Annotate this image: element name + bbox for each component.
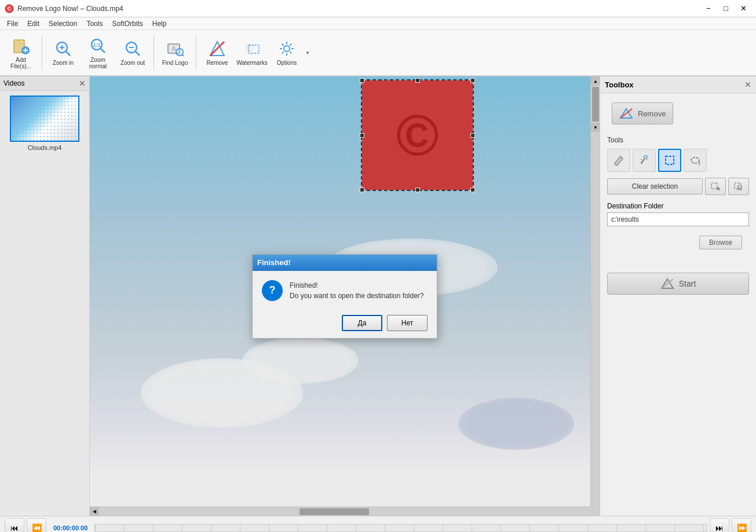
video-canvas: © Finished! ?: [90, 76, 600, 516]
selection-save-button[interactable]: [728, 178, 749, 195]
thumb-image: [10, 96, 79, 142]
watermarks-button[interactable]: © Watermarks: [236, 35, 268, 70]
menu-selection[interactable]: Selection: [44, 19, 82, 29]
minimize-button[interactable]: −: [700, 3, 717, 14]
selection-load-button[interactable]: [705, 178, 726, 195]
magic-wand-tool-button[interactable]: [633, 149, 656, 172]
toolbar: Add File(s)... Zoom in 1:1 Zoom normal Z…: [0, 30, 756, 76]
find-logo-icon: A: [166, 39, 184, 58]
magic-wand-icon: [638, 155, 650, 166]
videos-close-button[interactable]: ✕: [79, 79, 86, 88]
tools-section-label: Tools: [600, 134, 756, 146]
menu-help[interactable]: Help: [148, 19, 171, 29]
dialog-title: Finished!: [257, 258, 291, 267]
pencil-icon: [613, 155, 624, 166]
zoom-in-button[interactable]: Zoom in: [47, 35, 79, 70]
options-label: Options: [277, 60, 297, 66]
zoom-in-icon: [54, 39, 72, 58]
dialog-body: ? Finished! Do you want to open the dest…: [253, 271, 437, 310]
start-button-container: Start: [600, 255, 756, 299]
zoom-normal-icon: 1:1: [89, 36, 107, 55]
toolbar-sep-1: [42, 35, 42, 70]
videos-title: Videos: [3, 79, 24, 87]
lasso-icon: [689, 155, 701, 166]
svg-line-5: [66, 52, 70, 56]
clear-selection-row: Clear selection: [600, 174, 756, 199]
timeline-next-frame-button[interactable]: ⏩: [732, 518, 751, 532]
timeline-area: ⏮ ⏪ 00:00:00 00 ⏭ ⏩ Remove watermark fro…: [0, 516, 756, 532]
options-button[interactable]: Options: [271, 35, 303, 70]
zoom-out-label: Zoom out: [120, 60, 145, 66]
dialog-question-icon: ?: [262, 280, 283, 301]
toolbox-remove-button[interactable]: Remove: [612, 102, 673, 124]
rect-select-tool-button[interactable]: [658, 149, 681, 172]
start-label: Start: [679, 279, 696, 288]
svg-point-18: [284, 46, 290, 52]
dialog-message-line2: Do you want to open the destination fold…: [290, 291, 424, 301]
svg-text:©: ©: [245, 42, 254, 54]
toolbox-remove-section: Remove: [600, 93, 756, 134]
add-files-button[interactable]: Add File(s)...: [5, 34, 37, 72]
timeline-go-end-button[interactable]: ⏭: [710, 518, 729, 532]
videos-panel: Videos ✕ Clouds.mp4: [0, 76, 90, 516]
find-logo-label: Find Logo: [162, 60, 188, 66]
menu-tools[interactable]: Tools: [82, 19, 107, 29]
maximize-button[interactable]: □: [718, 3, 734, 14]
watermarks-icon: ©: [243, 39, 261, 58]
browse-button[interactable]: Browse: [699, 236, 742, 250]
destination-folder-label: Destination Folder: [607, 202, 749, 210]
titlebar-controls: − □ ✕: [700, 3, 751, 14]
dialog-titlebar: Finished!: [253, 255, 437, 271]
dialog-footer: Да Нет: [253, 310, 437, 338]
svg-rect-25: [739, 185, 740, 188]
dialog-no-button[interactable]: Нет: [387, 315, 428, 331]
find-logo-button[interactable]: A Find Logo: [159, 35, 191, 70]
close-button[interactable]: ✕: [735, 3, 751, 14]
dialog-yes-button[interactable]: Да: [342, 315, 382, 331]
zoom-out-icon: [123, 39, 142, 58]
timeline-ruler-strip[interactable]: [94, 524, 707, 532]
zoom-normal-label: Zoom normal: [84, 57, 112, 69]
add-files-label: Add File(s)...: [7, 57, 35, 69]
lasso-tool-button[interactable]: [684, 149, 707, 172]
video-thumbnail[interactable]: Clouds.mp4: [5, 96, 85, 151]
svg-line-8: [101, 49, 105, 53]
svg-rect-21: [666, 156, 674, 164]
toolbar-dropdown-arrow[interactable]: ▼: [305, 50, 310, 56]
zoom-out-button[interactable]: Zoom out: [116, 35, 149, 70]
titlebar-left: © Remove Logo Now! – Clouds.mp4: [5, 4, 123, 13]
menu-file[interactable]: File: [2, 19, 23, 29]
finished-dialog: Finished! ? Finished! Do you want to ope…: [252, 254, 437, 339]
zoom-in-label: Zoom in: [53, 60, 74, 66]
toolbar-sep-2: [154, 35, 154, 70]
toolbox-remove-icon: [619, 108, 633, 119]
dialog-message-line1: Finished!: [290, 280, 424, 291]
svg-line-10: [136, 52, 140, 56]
toolbox-panel: Toolbox ✕ Remove Tools: [600, 76, 756, 516]
timeline-prev-frame-button[interactable]: ⏪: [27, 518, 46, 532]
timeline-go-start-button[interactable]: ⏮: [5, 518, 24, 532]
menu-edit[interactable]: Edit: [23, 19, 44, 29]
timecode-display: 00:00:00 00: [49, 524, 92, 531]
svg-text:©: ©: [7, 6, 12, 12]
toolbox-close-button[interactable]: ✕: [744, 80, 751, 89]
canvas-area: © Finished! ?: [90, 76, 600, 516]
start-button[interactable]: Start: [607, 273, 749, 295]
dialog-overlay: Finished! ? Finished! Do you want to ope…: [90, 76, 600, 516]
remove-button[interactable]: Remove: [201, 35, 233, 70]
clear-selection-button[interactable]: Clear selection: [607, 178, 703, 195]
menu-softorbits[interactable]: SoftOrbits: [107, 19, 147, 29]
zoom-normal-button[interactable]: 1:1 Zoom normal: [82, 34, 114, 72]
svg-point-20: [644, 155, 648, 159]
pencil-tool-button[interactable]: [607, 149, 630, 172]
svg-text:A: A: [171, 45, 176, 52]
destination-folder-input[interactable]: [607, 212, 749, 226]
main-layout: Videos ✕ Clouds.mp4 ©: [0, 76, 756, 516]
thumb-label: Clouds.mp4: [28, 144, 62, 151]
browse-row: Browse: [600, 230, 756, 255]
selection-save-icon: [734, 182, 743, 190]
watermarks-label: Watermarks: [236, 60, 268, 66]
svg-line-14: [182, 54, 184, 56]
add-files-icon: [12, 36, 30, 55]
svg-text:1:1: 1:1: [93, 42, 100, 48]
